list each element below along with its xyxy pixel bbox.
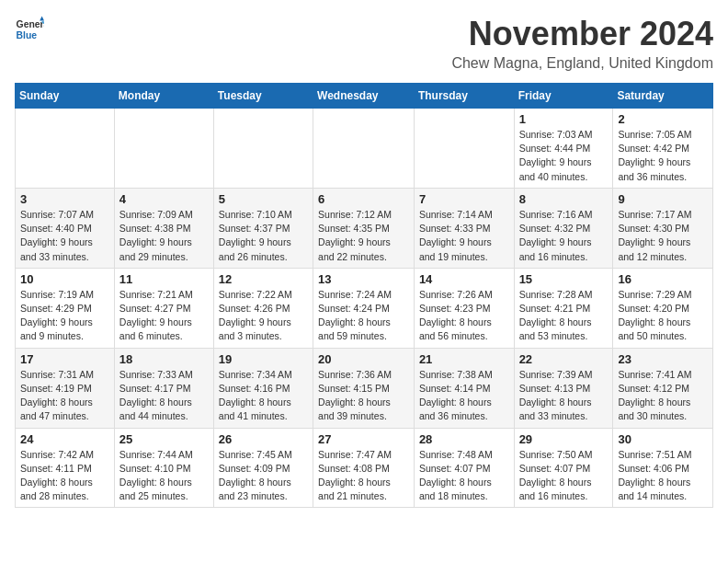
day-number: 7: [419, 192, 509, 206]
table-row: 13Sunrise: 7:24 AM Sunset: 4:24 PM Dayli…: [313, 268, 415, 348]
day-number: 22: [519, 352, 609, 366]
calendar-week-row: 1Sunrise: 7:03 AM Sunset: 4:44 PM Daylig…: [16, 109, 713, 189]
day-number: 15: [519, 272, 609, 286]
day-number: 8: [519, 192, 609, 206]
table-row: 29Sunrise: 7:50 AM Sunset: 4:07 PM Dayli…: [514, 428, 613, 508]
day-number: 3: [20, 192, 109, 206]
day-number: 19: [219, 352, 308, 366]
table-row: 14Sunrise: 7:26 AM Sunset: 4:23 PM Dayli…: [414, 268, 514, 348]
day-info: Sunrise: 7:39 AM Sunset: 4:13 PM Dayligh…: [519, 368, 609, 424]
table-row: 3Sunrise: 7:07 AM Sunset: 4:40 PM Daylig…: [16, 188, 115, 268]
day-number: 26: [219, 432, 308, 446]
table-row: [16, 109, 115, 189]
table-row: 7Sunrise: 7:14 AM Sunset: 4:33 PM Daylig…: [414, 188, 514, 268]
header-sunday: Sunday: [16, 84, 115, 109]
day-number: 29: [519, 432, 609, 446]
header-tuesday: Tuesday: [213, 84, 313, 109]
day-info: Sunrise: 7:09 AM Sunset: 4:38 PM Dayligh…: [119, 208, 209, 264]
day-info: Sunrise: 7:10 AM Sunset: 4:37 PM Dayligh…: [219, 208, 308, 264]
day-number: 5: [219, 192, 308, 206]
table-row: [414, 109, 514, 189]
table-row: 15Sunrise: 7:28 AM Sunset: 4:21 PM Dayli…: [514, 268, 613, 348]
table-row: 5Sunrise: 7:10 AM Sunset: 4:37 PM Daylig…: [213, 188, 313, 268]
table-row: 12Sunrise: 7:22 AM Sunset: 4:26 PM Dayli…: [213, 268, 313, 348]
day-info: Sunrise: 7:21 AM Sunset: 4:27 PM Dayligh…: [119, 288, 209, 344]
day-number: 17: [20, 352, 109, 366]
day-info: Sunrise: 7:42 AM Sunset: 4:11 PM Dayligh…: [20, 448, 109, 504]
table-row: 18Sunrise: 7:33 AM Sunset: 4:17 PM Dayli…: [114, 348, 213, 428]
table-row: 27Sunrise: 7:47 AM Sunset: 4:08 PM Dayli…: [313, 428, 415, 508]
day-number: 20: [318, 352, 409, 366]
month-title: November 2024: [451, 15, 713, 53]
table-row: 24Sunrise: 7:42 AM Sunset: 4:11 PM Dayli…: [16, 428, 115, 508]
location-title: Chew Magna, England, United Kingdom: [451, 55, 713, 72]
table-row: 28Sunrise: 7:48 AM Sunset: 4:07 PM Dayli…: [414, 428, 514, 508]
day-number: 10: [20, 272, 109, 286]
day-number: 28: [419, 432, 509, 446]
day-number: 23: [618, 352, 708, 366]
day-number: 4: [119, 192, 209, 206]
day-number: 14: [419, 272, 509, 286]
day-info: Sunrise: 7:24 AM Sunset: 4:24 PM Dayligh…: [318, 288, 409, 344]
day-info: Sunrise: 7:44 AM Sunset: 4:10 PM Dayligh…: [119, 448, 209, 504]
table-row: 8Sunrise: 7:16 AM Sunset: 4:32 PM Daylig…: [514, 188, 613, 268]
day-number: 11: [119, 272, 209, 286]
table-row: 9Sunrise: 7:17 AM Sunset: 4:30 PM Daylig…: [613, 188, 713, 268]
page-header: General Blue November 2024 Chew Magna, E…: [15, 15, 713, 72]
table-row: 22Sunrise: 7:39 AM Sunset: 4:13 PM Dayli…: [514, 348, 613, 428]
day-number: 21: [419, 352, 509, 366]
day-info: Sunrise: 7:47 AM Sunset: 4:08 PM Dayligh…: [318, 448, 409, 504]
table-row: 26Sunrise: 7:45 AM Sunset: 4:09 PM Dayli…: [213, 428, 313, 508]
header-monday: Monday: [114, 84, 213, 109]
day-info: Sunrise: 7:51 AM Sunset: 4:06 PM Dayligh…: [618, 448, 708, 504]
title-section: November 2024 Chew Magna, England, Unite…: [451, 15, 713, 72]
day-info: Sunrise: 7:05 AM Sunset: 4:42 PM Dayligh…: [618, 128, 708, 184]
svg-text:General: General: [17, 19, 44, 29]
day-number: 27: [318, 432, 409, 446]
table-row: 10Sunrise: 7:19 AM Sunset: 4:29 PM Dayli…: [16, 268, 115, 348]
day-number: 16: [618, 272, 708, 286]
table-row: 30Sunrise: 7:51 AM Sunset: 4:06 PM Dayli…: [613, 428, 713, 508]
svg-marker-2: [40, 17, 44, 21]
calendar-week-row: 10Sunrise: 7:19 AM Sunset: 4:29 PM Dayli…: [16, 268, 713, 348]
table-row: 11Sunrise: 7:21 AM Sunset: 4:27 PM Dayli…: [114, 268, 213, 348]
day-info: Sunrise: 7:38 AM Sunset: 4:14 PM Dayligh…: [419, 368, 509, 424]
calendar-week-row: 24Sunrise: 7:42 AM Sunset: 4:11 PM Dayli…: [16, 428, 713, 508]
day-number: 9: [618, 192, 708, 206]
table-row: 4Sunrise: 7:09 AM Sunset: 4:38 PM Daylig…: [114, 188, 213, 268]
table-row: [213, 109, 313, 189]
day-number: 24: [20, 432, 109, 446]
table-row: 25Sunrise: 7:44 AM Sunset: 4:10 PM Dayli…: [114, 428, 213, 508]
logo: General Blue: [15, 15, 44, 44]
day-info: Sunrise: 7:41 AM Sunset: 4:12 PM Dayligh…: [618, 368, 708, 424]
header-saturday: Saturday: [613, 84, 713, 109]
calendar-table: Sunday Monday Tuesday Wednesday Thursday…: [15, 83, 713, 508]
table-row: [114, 109, 213, 189]
day-info: Sunrise: 7:48 AM Sunset: 4:07 PM Dayligh…: [419, 448, 509, 504]
day-info: Sunrise: 7:12 AM Sunset: 4:35 PM Dayligh…: [318, 208, 409, 264]
table-row: 19Sunrise: 7:34 AM Sunset: 4:16 PM Dayli…: [213, 348, 313, 428]
calendar-week-row: 17Sunrise: 7:31 AM Sunset: 4:19 PM Dayli…: [16, 348, 713, 428]
svg-text:Blue: Blue: [17, 30, 38, 40]
table-row: 16Sunrise: 7:29 AM Sunset: 4:20 PM Dayli…: [613, 268, 713, 348]
day-info: Sunrise: 7:31 AM Sunset: 4:19 PM Dayligh…: [20, 368, 109, 424]
day-info: Sunrise: 7:29 AM Sunset: 4:20 PM Dayligh…: [618, 288, 708, 344]
day-number: 25: [119, 432, 209, 446]
table-row: 23Sunrise: 7:41 AM Sunset: 4:12 PM Dayli…: [613, 348, 713, 428]
day-number: 1: [519, 112, 609, 126]
day-info: Sunrise: 7:26 AM Sunset: 4:23 PM Dayligh…: [419, 288, 509, 344]
day-number: 30: [618, 432, 708, 446]
day-info: Sunrise: 7:36 AM Sunset: 4:15 PM Dayligh…: [318, 368, 409, 424]
table-row: 6Sunrise: 7:12 AM Sunset: 4:35 PM Daylig…: [313, 188, 415, 268]
day-info: Sunrise: 7:28 AM Sunset: 4:21 PM Dayligh…: [519, 288, 609, 344]
day-number: 12: [219, 272, 308, 286]
calendar-header-row: Sunday Monday Tuesday Wednesday Thursday…: [16, 84, 713, 109]
day-number: 6: [318, 192, 409, 206]
day-info: Sunrise: 7:16 AM Sunset: 4:32 PM Dayligh…: [519, 208, 609, 264]
logo-icon: General Blue: [15, 15, 44, 44]
day-info: Sunrise: 7:22 AM Sunset: 4:26 PM Dayligh…: [219, 288, 308, 344]
calendar-week-row: 3Sunrise: 7:07 AM Sunset: 4:40 PM Daylig…: [16, 188, 713, 268]
day-info: Sunrise: 7:45 AM Sunset: 4:09 PM Dayligh…: [219, 448, 308, 504]
day-info: Sunrise: 7:50 AM Sunset: 4:07 PM Dayligh…: [519, 448, 609, 504]
day-info: Sunrise: 7:19 AM Sunset: 4:29 PM Dayligh…: [20, 288, 109, 344]
